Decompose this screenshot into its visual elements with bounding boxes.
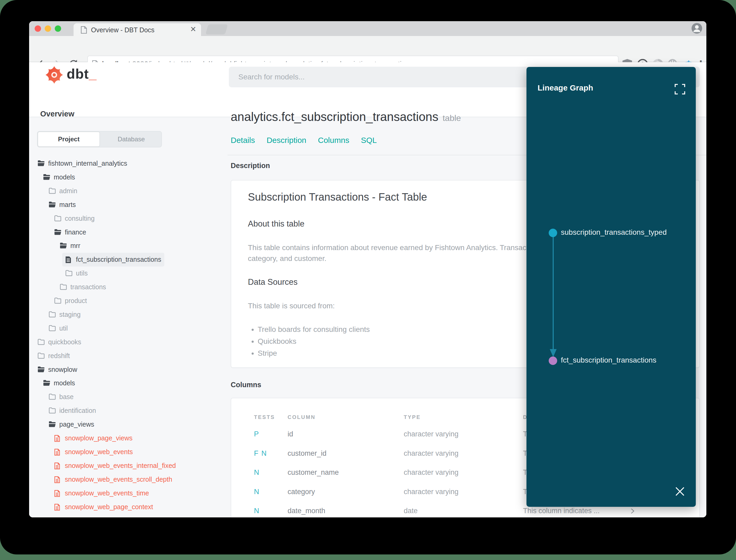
browser-tab[interactable]: Overview - DBT Docs ✕	[74, 23, 201, 36]
dbt-logo-icon	[46, 66, 63, 84]
tree-item-marts[interactable]: marts	[29, 198, 228, 212]
page-title-badge: table	[442, 113, 461, 123]
lineage-close-button[interactable]	[674, 486, 686, 497]
tree-item-models[interactable]: models	[29, 170, 228, 184]
folder-icon	[54, 215, 61, 222]
close-window-button[interactable]	[35, 25, 41, 32]
tree-item-label: finance	[65, 228, 86, 236]
sidebar-tab-switcher: Project Database	[37, 131, 162, 147]
tree-item-util[interactable]: util	[29, 322, 228, 335]
folder-open-icon	[43, 380, 50, 386]
lineage-node-dot-subscription_transactions_typed[interactable]	[549, 229, 557, 237]
cell-type: character varying	[404, 449, 458, 458]
fullscreen-icon	[674, 83, 686, 95]
cell-tests: N	[254, 507, 260, 515]
avatar-icon	[692, 23, 702, 34]
tree-item-utils[interactable]: utils	[29, 267, 228, 280]
browser-profile-button[interactable]	[692, 23, 702, 34]
tree-item-label: identification	[59, 407, 96, 414]
page-title: analytics.fct_subscription_transactionst…	[231, 110, 461, 124]
folder-icon	[60, 284, 67, 290]
zoom-window-button[interactable]	[55, 25, 61, 32]
tree-item-label: models	[54, 173, 75, 181]
model-file-icon	[65, 256, 71, 263]
lineage-node-dot-fct_subscription_transactions[interactable]	[549, 356, 557, 365]
tree-item-label: snowplow_page_views	[65, 434, 133, 442]
tree-item-snowplow_web_events[interactable]: snowplow_web_events	[29, 445, 228, 459]
tree-item-admin[interactable]: admin	[29, 184, 228, 198]
doc-sources-heading: Data Sources	[248, 277, 298, 287]
tree-item-label: util	[59, 324, 68, 332]
model-file-red-icon	[54, 435, 60, 442]
model-nav-link-details[interactable]: Details	[231, 136, 255, 145]
tree-item-finance[interactable]: finance	[29, 225, 228, 239]
lineage-node-label[interactable]: subscription_transactions_typed	[561, 228, 667, 237]
tree-item-label: fishtown_internal_analytics	[48, 160, 127, 167]
tree-item-snowplow_page_views[interactable]: snowplow_page_views	[29, 431, 228, 445]
cell-description: This column indicates ...	[523, 507, 600, 515]
folder-icon	[49, 325, 56, 331]
tree-item-transactions[interactable]: transactions	[29, 280, 228, 294]
lineage-node-label[interactable]: fct_subscription_transactions	[561, 356, 656, 364]
folder-icon	[49, 188, 56, 194]
folder-icon	[65, 270, 73, 276]
tree-item-base[interactable]: base	[29, 390, 228, 404]
folder-icon	[49, 394, 56, 400]
lineage-edge-arrow	[549, 234, 558, 361]
tree-item-consulting[interactable]: consulting	[29, 212, 228, 225]
tree-item-label: utils	[76, 269, 88, 277]
screenshot-stage: Overview - DBT Docs ✕	[0, 0, 736, 560]
columns-section-label: Columns	[231, 381, 262, 389]
model-nav-link-sql[interactable]: SQL	[361, 136, 377, 145]
lineage-expand-button[interactable]	[674, 83, 686, 95]
tree-item-snowplow_web_events_internal_fixed[interactable]: snowplow_web_events_internal_fixed	[29, 459, 228, 473]
tree-item-redshift[interactable]: redshift	[29, 349, 228, 363]
tree-item-label: admin	[59, 187, 77, 195]
tree-item-label: snowplow_web_page_context	[65, 503, 153, 511]
tree-item-snowplow_web_events_time[interactable]: snowplow_web_events_time	[29, 486, 228, 500]
column-header-tests: TESTS	[254, 414, 275, 420]
model-nav-link-columns[interactable]: Columns	[318, 136, 349, 145]
tree-item-product[interactable]: product	[29, 294, 228, 308]
tree-item-page_views[interactable]: page_views	[29, 418, 228, 431]
tree-item-label: quickbooks	[48, 338, 81, 346]
new-tab-button[interactable]	[206, 24, 228, 34]
folder-icon	[38, 339, 45, 345]
model-file-red-icon	[54, 449, 60, 456]
logo-underscore: _	[89, 66, 97, 82]
tab-project[interactable]: Project	[38, 132, 100, 147]
column-header-column: COLUMN	[288, 414, 316, 420]
tree-item-fishtown_internal_analytics[interactable]: fishtown_internal_analytics	[29, 157, 228, 170]
chevron-right-icon[interactable]	[629, 508, 636, 514]
lineage-title: Lineage Graph	[537, 83, 593, 92]
folder-icon	[54, 297, 61, 304]
tree-item-mrr[interactable]: mrr	[29, 239, 228, 253]
tree-item-fct_subscription_transactions[interactable]: fct_subscription_transactions	[29, 253, 228, 267]
tree-item-snowplow[interactable]: snowplow	[29, 363, 228, 377]
model-nav-link-description[interactable]: Description	[267, 136, 306, 145]
tree-item-snowplow_web_page_context[interactable]: snowplow_web_page_context	[29, 500, 228, 514]
description-section-label: Description	[231, 162, 270, 170]
doc-sources-list: Trello boards for consulting clientsQuic…	[250, 323, 370, 359]
tree-item-models[interactable]: models	[29, 376, 228, 390]
folder-open-icon	[38, 366, 45, 373]
doc-about-heading: About this table	[248, 219, 305, 229]
cell-tests: N	[254, 488, 260, 496]
tree-item-identification[interactable]: identification	[29, 404, 228, 418]
tab-database[interactable]: Database	[100, 132, 163, 147]
model-file-red-icon	[54, 462, 60, 469]
page-favicon	[80, 26, 87, 34]
tab-close-icon[interactable]: ✕	[190, 25, 196, 33]
tree-item-snowplow_web_events_scroll_depth[interactable]: snowplow_web_events_scroll_depth	[29, 473, 228, 486]
model-file-red-icon	[54, 476, 60, 483]
tree-item-label: snowplow_web_events_internal_fixed	[65, 462, 176, 469]
cell-type: character varying	[404, 430, 458, 438]
tree-item-staging[interactable]: staging	[29, 308, 228, 322]
doc-source-item: Stripe	[258, 347, 370, 359]
tree-item-quickbooks[interactable]: quickbooks	[29, 335, 228, 349]
close-icon	[674, 486, 686, 497]
tree-item-label: transactions	[70, 283, 106, 291]
folder-open-icon	[60, 242, 67, 249]
cell-tests: P	[254, 430, 259, 438]
minimize-window-button[interactable]	[45, 25, 51, 32]
